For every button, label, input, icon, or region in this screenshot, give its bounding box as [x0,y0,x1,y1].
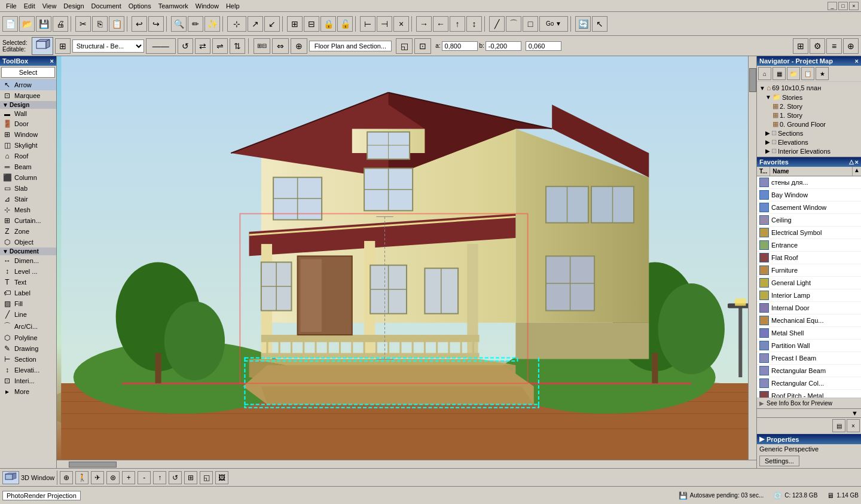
menu-teamwork[interactable]: Teamwork [155,2,192,10]
category-document[interactable]: ▼ Document [0,248,56,255]
tree-interior-folder[interactable]: ▶ ⊡ Interior Elevations [758,146,860,155]
tool-section[interactable]: ⊢ Section [0,354,56,365]
redo-button[interactable]: ↪ [148,16,164,32]
fav-item-3[interactable]: Ceiling [757,214,861,227]
canvas-area[interactable] [57,56,756,468]
c-value[interactable]: 0,060 [526,41,561,51]
tool-curtain[interactable]: ⊞ Curtain... [0,215,56,226]
fav-item-7[interactable]: Furniture [757,264,861,277]
perspective-btn[interactable]: ◱ [200,471,213,484]
print-button[interactable]: 🖨 [53,16,68,32]
tree-elevations-folder[interactable]: ▶ ⊡ Elevations [758,138,860,146]
fav-item-9[interactable]: Interior Lamp [757,289,861,302]
view-dropdown[interactable]: Structural - Be... [72,39,144,53]
line-type-btn[interactable]: —— [146,38,176,54]
tree-story-2[interactable]: ▦ 2. Story [758,102,860,111]
canvas-vscroll[interactable] [748,56,756,460]
tool-column[interactable]: ⬛ Column [0,172,56,183]
menu-options[interactable]: Options [125,2,155,10]
lock-button[interactable]: 🔒 [320,16,336,32]
b-value[interactable]: -0,200 [486,41,521,51]
fav-close[interactable]: × [855,158,859,166]
find-button[interactable]: 🔍 [171,16,187,32]
draw-arc[interactable]: ⌒ [506,16,521,32]
3d-view-icon[interactable] [32,37,53,55]
tool-text[interactable]: T Text [0,277,56,288]
2d-view-icon[interactable]: ⊞ [55,38,71,54]
tool-beam[interactable]: ═ Beam [0,161,56,172]
tool-skylight[interactable]: ◫ Skylight [0,140,56,151]
move-btn[interactable]: ↑ [153,471,166,484]
new-button[interactable]: 📄 [2,16,18,32]
nav-flip[interactable]: ↕ [466,16,482,32]
open-button[interactable]: 📂 [19,16,35,32]
resize-icon1[interactable]: ◱ [396,38,413,54]
tree-sections-folder[interactable]: ▶ ⊡ Sections [758,129,860,138]
tool-object[interactable]: ⬡ Object [0,237,56,248]
tool-line[interactable]: ╱ Line [0,309,56,320]
fav-item-6[interactable]: Flat Roof [757,252,861,264]
close-button[interactable]: × [849,2,859,10]
floor-plan-button[interactable]: Floor Plan and Section... [309,41,392,51]
nav-floorplan-btn[interactable]: ▦ [773,67,786,80]
flip-h[interactable]: ⇄ [195,38,210,54]
tool-more[interactable]: ▸ More [0,386,56,397]
tool-zone[interactable]: Z Zone [0,226,56,237]
paste-button[interactable]: 📋 [109,16,124,32]
navigator-close[interactable]: × [855,57,859,65]
resize-icon2[interactable]: ⊡ [414,38,431,54]
tree-story-ground[interactable]: ▦ 0. Ground Floor [758,120,860,129]
align-center[interactable]: ⊣ [377,16,392,32]
zoom-out-btn[interactable]: - [138,471,151,484]
nav-star-btn[interactable]: ★ [816,67,829,80]
walk-btn[interactable]: 🚶 [75,471,88,484]
3d-window-icon[interactable] [2,471,19,484]
prop-expand-btn[interactable]: ▤ [832,419,845,432]
fav-item-1[interactable]: Bay Window [757,189,861,201]
fav-item-16[interactable]: Rectangular Col... [757,377,861,390]
align-left[interactable]: ⊢ [360,16,375,32]
tool-polyline[interactable]: ⬡ Polyline [0,332,56,343]
settings-icon[interactable]: ⚙ [810,38,825,54]
scale-btn[interactable]: ⇅ [230,38,245,54]
rotate-left[interactable]: ↺ [178,38,193,54]
fav-scroll-up[interactable]: ▲ [853,167,861,176]
select-button[interactable]: Select [1,67,55,78]
pointer2-btn[interactable]: ↖ [592,16,607,32]
tool-drawing[interactable]: ✎ Drawing [0,343,56,354]
tool-stair[interactable]: ⊿ Stair [0,194,56,204]
tool-door[interactable]: 🚪 Door [0,118,56,129]
fav-item-4[interactable]: Electrical Symbol [757,227,861,239]
zoom-in-btn[interactable]: + [122,471,135,484]
arrow-tool[interactable]: ↙ [264,16,280,32]
nav-back[interactable]: ← [433,16,448,32]
unlock-button[interactable]: 🔓 [337,16,353,32]
pen-button[interactable]: ✏ [188,16,203,32]
menu-edit[interactable]: Edit [20,2,39,10]
category-design[interactable]: ▼ Design [0,101,56,109]
tool-arc[interactable]: ⌒ Arc/Ci... [0,320,56,332]
tool-level[interactable]: ↕ Level ... [0,266,56,277]
group-button[interactable]: ⊞ [287,16,303,32]
save-button[interactable]: 💾 [36,16,51,32]
tool-dimen[interactable]: ↔ Dimen... [0,255,56,266]
layers-icon[interactable]: ≡ [826,38,842,54]
ungroup-button[interactable]: ⊟ [304,16,319,32]
fav-expand[interactable]: △ [849,158,854,166]
menu-file[interactable]: File [2,2,20,10]
prop-close-btn[interactable]: × [847,419,860,432]
tool-marquee[interactable]: ⊡ Marquee [0,90,56,101]
fav-item-14[interactable]: Precast I Beam [757,352,861,365]
minimize-button[interactable]: _ [828,2,837,10]
toolbox-close[interactable]: × [50,57,54,65]
grid-icon[interactable]: ⊞ [793,38,808,54]
fav-item-11[interactable]: Mechanical Equ... [757,314,861,327]
fav-item-5[interactable]: Entrance [757,239,861,252]
fav-item-17[interactable]: Roof Pitch - Metal [757,390,861,398]
fav-item-8[interactable]: General Light [757,277,861,289]
tree-story-1[interactable]: ▦ 1. Story [758,111,860,120]
compass-icon[interactable]: ⊕ [843,38,859,54]
orbit-btn[interactable]: ⊕ [60,471,73,484]
canvas-hscroll[interactable] [57,460,756,468]
render-btn[interactable]: 🖼 [215,471,228,484]
